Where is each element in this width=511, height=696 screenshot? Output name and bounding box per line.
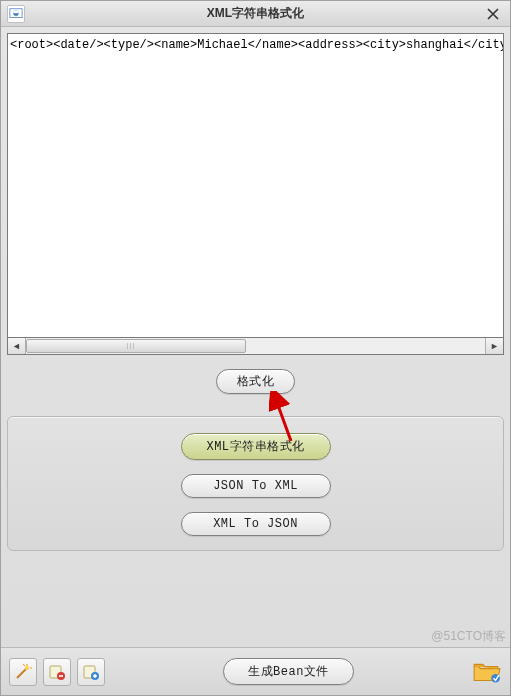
xml-textarea-wrapper: [7, 33, 504, 338]
watermark-text: @51CTO博客: [431, 628, 506, 645]
open-folder-button[interactable]: [472, 659, 502, 685]
format-button[interactable]: 格式化: [216, 369, 296, 394]
scroll-track[interactable]: [26, 338, 485, 354]
svg-point-2: [25, 666, 29, 670]
scroll-thumb[interactable]: [26, 339, 246, 353]
bottom-center: 生成Bean文件: [105, 658, 472, 685]
app-icon: [7, 5, 25, 23]
tab-json-to-xml[interactable]: JSON To XML: [181, 474, 331, 498]
close-button[interactable]: [476, 1, 510, 26]
svg-rect-5: [59, 675, 63, 677]
title-bar: XML字符串格式化: [1, 1, 510, 27]
main-area: ◄ ► 格式化: [1, 27, 510, 410]
bottom-toolbar: 生成Bean文件: [1, 647, 510, 695]
scroll-grip-icon: [127, 343, 137, 349]
tool-wand-icon[interactable]: [9, 658, 37, 686]
tab-xml-format[interactable]: XML字符串格式化: [181, 433, 331, 460]
window-title: XML字符串格式化: [1, 5, 510, 22]
dialog-window: XML字符串格式化 ◄ ► 格式化: [0, 0, 511, 696]
scroll-left-arrow-icon[interactable]: ◄: [8, 338, 26, 354]
format-row: 格式化: [7, 369, 504, 394]
tool-remove-icon[interactable]: [43, 658, 71, 686]
mode-panel: XML字符串格式化 JSON To XML XML To JSON: [7, 416, 504, 551]
tool-icon-group: [9, 658, 105, 686]
scroll-right-arrow-icon[interactable]: ►: [485, 338, 503, 354]
tool-add-icon[interactable]: [77, 658, 105, 686]
xml-input[interactable]: [8, 34, 503, 334]
horizontal-scrollbar[interactable]: ◄ ►: [7, 337, 504, 355]
tab-xml-to-json[interactable]: XML To JSON: [181, 512, 331, 536]
generate-bean-button[interactable]: 生成Bean文件: [223, 658, 354, 685]
